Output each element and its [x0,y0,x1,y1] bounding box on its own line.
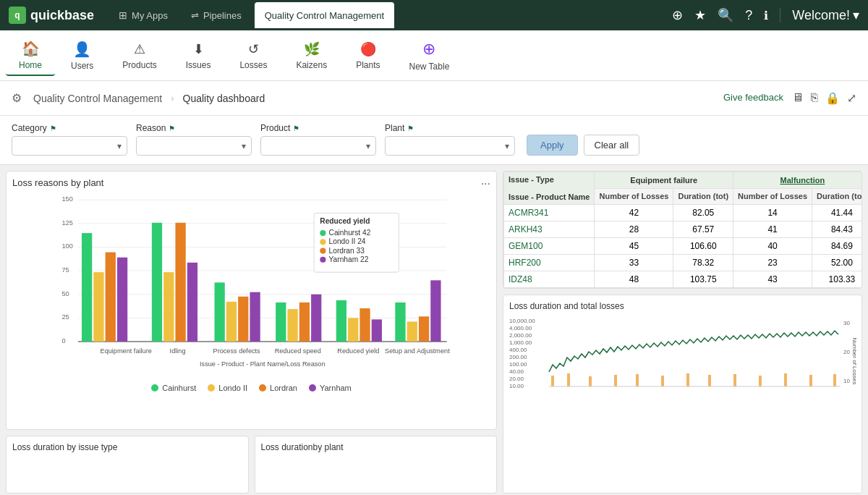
cell-mal-num: 14 [733,205,812,221]
right-panel: Issue - TypeIssue - Product Name Equipme… [503,165,868,495]
cell-eq-num: 45 [595,238,673,255]
nav-tab-pipelines[interactable]: ⇌ Pipelines [181,2,252,28]
bar [287,309,297,342]
losses-bar [551,376,554,386]
monitor-icon[interactable]: 🖥 [792,91,804,105]
logo-icon: q [9,7,26,24]
settings-icon[interactable]: ⚙ [12,91,22,105]
nav-item-products-label: Products [122,60,156,70]
filter-product: Product ⚑ [260,123,376,156]
nav-tab-qcm[interactable]: Quality Control Management [255,2,394,28]
svg-text:0: 0 [61,337,65,344]
svg-text:Reduced yield: Reduced yield [337,347,379,355]
cell-eq-dur: 103.75 [673,271,733,288]
table-row: IDZ48 48 103.75 43 103.33 63 157.55 ... [504,271,863,288]
nav-item-kaizens[interactable]: 🌿 Kaizens [283,37,340,75]
table-row: HRF200 33 78.32 23 52.00 43 98.91 ... [504,255,863,271]
plant-select[interactable] [385,136,515,156]
breadcrumb-bar: ⚙ Quality Control Management › Quality d… [0,81,868,116]
nav-item-newtable[interactable]: ⊕ New Table [396,35,463,76]
filter-category: Category ⚑ [12,123,127,156]
svg-text:Yarnham   22: Yarnham 22 [329,255,369,263]
cell-product[interactable]: ARKH43 [504,221,595,238]
loss-duration-plant-title: Loss durationby plant [261,442,491,452]
plus-icon[interactable]: ⊕ [672,7,683,23]
reason-select[interactable] [136,136,252,156]
loss-reasons-title: Loss reasons by plant [12,177,490,188]
svg-text:50: 50 [61,290,69,297]
bottom-charts: Loss duration by issue type Loss duratio… [6,436,497,494]
pipelines-icon: ⇌ [191,10,199,21]
clear-all-button[interactable]: Clear all [584,135,640,156]
top-nav-right: ⊕ ★ 🔍 ? ℹ Welcome! ▾ [672,7,859,23]
grid-icon: ⊞ [119,9,127,21]
filter-reason: Reason ⚑ [136,123,252,156]
bar [215,282,225,342]
svg-text:Process defects: Process defects [213,347,261,355]
lock-icon[interactable]: 🔒 [825,91,840,105]
cell-product[interactable]: IDZ48 [504,271,595,288]
bar [226,302,237,342]
product-select[interactable] [260,136,376,156]
svg-text:Londo II    24: Londo II 24 [329,237,366,245]
svg-text:Setup and Adjustment: Setup and Adjustment [385,347,450,355]
svg-point-25 [320,239,326,245]
breadcrumb-parent[interactable]: Quality Control Management [33,93,162,104]
svg-text:40.00: 40.00 [509,368,524,375]
nav-item-home[interactable]: 🏠 Home [6,35,55,76]
col-sub-mal-dur: Duration (tot) [812,188,862,205]
nav-item-losses[interactable]: ↺ Losses [226,37,280,75]
bar [311,295,321,342]
expand-icon[interactable]: ⤢ [847,91,856,105]
svg-text:100: 100 [61,242,72,250]
loss-duration-card: Loss duration and total losses 10,000.00… [503,295,862,494]
product-flag-icon: ⚑ [293,124,299,132]
col-header-malfunction: Malfunction [733,172,862,189]
bar [372,319,382,342]
plant-flag-icon: ⚑ [407,124,414,132]
category-select[interactable] [12,136,127,156]
nav-item-plants[interactable]: 🔴 Plants [343,37,393,75]
bar [175,223,185,342]
logo[interactable]: q quickbase [9,7,94,24]
info-icon[interactable]: ℹ [764,9,768,22]
svg-text:400.00: 400.00 [509,347,527,353]
bar [117,258,127,342]
cell-product[interactable]: GEM100 [504,238,595,255]
nav-item-users[interactable]: 👤 Users [58,36,106,75]
apply-button[interactable]: Apply [527,135,578,156]
help-icon[interactable]: ? [745,8,752,23]
cell-mal-dur: 52.00 [812,255,862,271]
legend-cainhurst: Cainhurst [151,384,196,392]
cell-eq-dur: 67.57 [673,221,733,238]
svg-text:Equipment failure: Equipment failure [101,347,152,355]
nav-tab-myapps[interactable]: ⊞ My Apps [109,2,178,28]
chart-menu-button[interactable]: ··· [481,177,490,190]
table-row: GEM100 45 106.60 40 84.69 29 80.00 ... [504,238,863,255]
cell-mal-dur: 41.44 [812,205,862,221]
bar [152,223,162,342]
svg-text:Reduced yield: Reduced yield [320,217,370,225]
svg-text:2,000.00: 2,000.00 [509,332,532,339]
nav-item-products[interactable]: ⚠ Products [109,37,169,75]
search-icon[interactable]: 🔍 [718,7,733,23]
share-icon[interactable]: ⎘ [811,91,818,105]
svg-text:Lordran     33: Lordran 33 [329,247,365,255]
plants-icon: 🔴 [360,41,376,57]
star-icon[interactable]: ★ [694,7,706,23]
cell-product[interactable]: ACMR341 [504,205,595,221]
welcome-button[interactable]: Welcome! ▾ [792,7,859,23]
cell-product[interactable]: HRF200 [504,255,595,271]
give-feedback-button[interactable]: Give feedback [723,92,783,104]
col-sub-mal-num: Number of Losses [733,188,812,205]
bar [299,302,310,342]
svg-point-23 [320,230,326,236]
legend-dot-cainhurst [151,384,158,392]
nav-item-issues-label: Issues [186,60,211,70]
losses-bar [661,376,664,386]
svg-text:10.00: 10.00 [509,383,524,389]
bar [348,318,358,342]
nav-item-issues[interactable]: ⬇ Issues [173,37,224,75]
svg-point-27 [320,248,326,253]
nav-item-plants-label: Plants [356,60,380,70]
